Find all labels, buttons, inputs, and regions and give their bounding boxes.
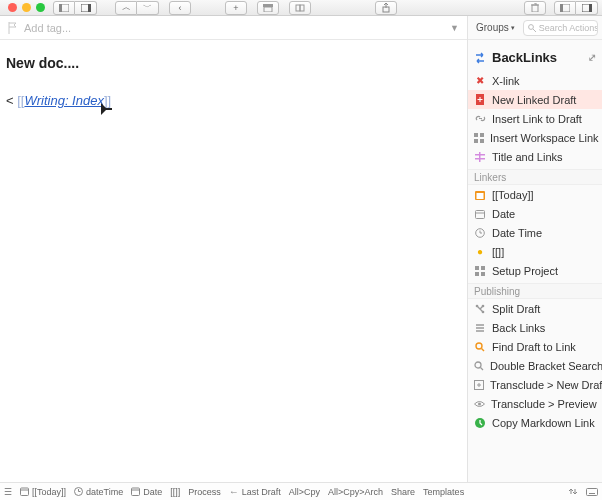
- action-label: Insert Workspace Link: [490, 132, 599, 144]
- action-brackets[interactable]: ● [[]]: [468, 242, 602, 261]
- copy-link-icon: [474, 417, 486, 429]
- svg-point-35: [482, 304, 485, 307]
- grid-icon: [474, 132, 484, 144]
- action-label: X-link: [492, 75, 520, 87]
- minimize-window-button[interactable]: [22, 3, 31, 12]
- action-label: [[]]: [492, 246, 504, 258]
- bb-templates[interactable]: Templates: [423, 487, 464, 497]
- panel-right-icon[interactable]: [576, 1, 598, 15]
- svg-rect-31: [481, 266, 485, 270]
- transclude-new-icon: [474, 379, 484, 391]
- action-title-and-links[interactable]: Title and Links: [468, 147, 602, 166]
- action-label: [[Today]]: [492, 189, 534, 201]
- panel-left-icon[interactable]: [554, 1, 576, 15]
- action-label: Copy Markdown Link: [492, 417, 595, 429]
- document-body[interactable]: New doc.... < [[Writing: Index]]: [0, 40, 467, 124]
- action-find-draft-to-link[interactable]: Find Draft to Link: [468, 337, 602, 356]
- action-split-draft[interactable]: Split Draft: [468, 299, 602, 318]
- action-setup-project[interactable]: Setup Project: [468, 261, 602, 280]
- close-window-button[interactable]: [8, 3, 17, 12]
- share-button[interactable]: [375, 1, 397, 15]
- title-links-icon: [474, 151, 486, 163]
- action-insert-workspace-link[interactable]: Insert Workspace Link: [468, 128, 602, 147]
- svg-rect-9: [532, 5, 538, 12]
- bb-date[interactable]: Date: [131, 487, 162, 497]
- action-today[interactable]: [[Today]]: [468, 185, 602, 204]
- svg-point-37: [476, 343, 482, 349]
- zoom-window-button[interactable]: [36, 3, 45, 12]
- show-left-panel-icon[interactable]: [53, 1, 75, 15]
- svg-rect-13: [589, 4, 592, 12]
- svg-rect-30: [475, 266, 479, 270]
- brackets-icon: ●: [474, 246, 486, 258]
- chevron-up-icon[interactable]: ︿: [115, 1, 137, 15]
- action-double-bracket-search[interactable]: Double Bracket Search: [468, 356, 602, 375]
- action-back-links[interactable]: Back Links: [468, 318, 602, 337]
- bb-label: Templates: [423, 487, 464, 497]
- action-label: Insert Link to Draft: [492, 113, 582, 125]
- bb-label: All>Cpy: [289, 487, 320, 497]
- bb-label: Last Draft: [242, 487, 281, 497]
- groups-dropdown[interactable]: Groups ▾: [472, 21, 519, 34]
- action-date[interactable]: Date: [468, 204, 602, 223]
- bb-brackets[interactable]: [[]]: [170, 487, 180, 497]
- bb-last-draft[interactable]: ← Last Draft: [229, 486, 281, 497]
- svg-point-38: [475, 362, 481, 368]
- action-new-linked-draft[interactable]: New Linked Draft: [468, 90, 602, 109]
- action-transclude-preview[interactable]: Transclude > Preview: [468, 394, 602, 413]
- bb-today[interactable]: [[Today]]: [20, 487, 66, 497]
- action-label: Split Draft: [492, 303, 540, 315]
- trash-button[interactable]: [524, 1, 546, 15]
- svg-rect-45: [587, 488, 598, 495]
- action-transclude-new[interactable]: Transclude > New Draft: [468, 375, 602, 394]
- search-placeholder: Search Actions: [539, 23, 598, 33]
- svg-point-40: [478, 402, 481, 405]
- tag-bar[interactable]: Add tag... ▼: [0, 16, 467, 40]
- main-split: Add tag... ▼ New doc.... < [[Writing: In…: [0, 16, 602, 482]
- action-insert-link-to-draft[interactable]: Insert Link to Draft: [468, 109, 602, 128]
- bb-arrange-icon[interactable]: [568, 487, 578, 496]
- search-brackets-icon: [474, 360, 484, 372]
- actions-panel-header: Groups ▾ Search Actions: [468, 16, 602, 40]
- expand-icon[interactable]: ⤢: [588, 52, 596, 63]
- bb-process[interactable]: Process: [188, 487, 221, 497]
- action-label: Setup Project: [492, 265, 558, 277]
- arrow-left-icon: ←: [229, 486, 239, 497]
- flag-icon[interactable]: [8, 22, 18, 34]
- tag-dropdown-caret-icon[interactable]: ▼: [450, 23, 459, 33]
- svg-rect-46: [589, 493, 595, 494]
- svg-rect-18: [480, 97, 481, 102]
- bb-keyboard-icon[interactable]: [586, 488, 598, 496]
- svg-rect-6: [296, 5, 300, 11]
- archive-button[interactable]: [257, 1, 279, 15]
- document-title: New doc....: [6, 52, 461, 76]
- bb-share[interactable]: Share: [391, 487, 415, 497]
- text-cursor-icon: [101, 103, 111, 115]
- window-controls: [8, 3, 45, 12]
- back-button[interactable]: ‹: [169, 1, 191, 15]
- nav-up-down-group: ︿ ﹀: [115, 1, 159, 15]
- editor-pane: Add tag... ▼ New doc.... < [[Writing: In…: [0, 16, 467, 482]
- x-icon: ✖: [474, 75, 486, 87]
- bb-drag-icon[interactable]: ☰: [4, 487, 12, 497]
- panel-toggle-group-2: [554, 1, 598, 15]
- chevron-down-icon[interactable]: ﹀: [137, 1, 159, 15]
- bb-datetime[interactable]: dateTime: [74, 487, 123, 497]
- action-label: Find Draft to Link: [492, 341, 576, 353]
- wikilink-text[interactable]: Writing: Index: [24, 93, 103, 108]
- action-copy-markdown-link[interactable]: Copy Markdown Link: [468, 413, 602, 432]
- bb-label: dateTime: [86, 487, 123, 497]
- show-right-panel-icon[interactable]: [75, 1, 97, 15]
- actions-search-input[interactable]: Search Actions: [523, 20, 598, 36]
- action-x-link[interactable]: ✖ X-link: [468, 71, 602, 90]
- new-draft-button[interactable]: +: [225, 1, 247, 15]
- action-date-time[interactable]: Date Time: [468, 223, 602, 242]
- eye-icon: [474, 398, 485, 410]
- bb-all-cpy[interactable]: All>Cpy: [289, 487, 320, 497]
- action-label: Double Bracket Search: [490, 360, 602, 372]
- svg-rect-11: [560, 4, 563, 12]
- search-draft-icon: [474, 341, 486, 353]
- svg-rect-33: [481, 272, 485, 276]
- bb-all-cpy-arch[interactable]: All>Cpy>Arch: [328, 487, 383, 497]
- link-mode-button[interactable]: [289, 1, 311, 15]
